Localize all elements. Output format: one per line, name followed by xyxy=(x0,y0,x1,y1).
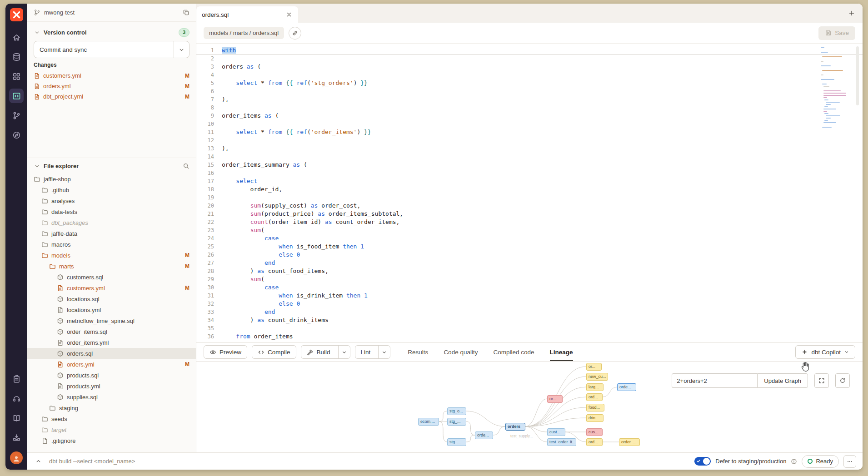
lineage-node-or[interactable]: or... xyxy=(586,363,602,371)
code-line[interactable]: 2 xyxy=(196,55,863,63)
tree-item-seeds[interactable]: seeds xyxy=(27,413,196,424)
activity-item-docs[interactable] xyxy=(9,411,24,425)
lineage-node-stg-o[interactable]: stg_o... xyxy=(447,407,466,415)
code-line[interactable]: 6 xyxy=(196,87,863,95)
tree-item-products-yml[interactable]: products.yml xyxy=(27,381,196,392)
code-line[interactable]: 4 xyxy=(196,71,863,79)
commit-options-chevron[interactable] xyxy=(174,41,189,58)
code-line[interactable]: 15order_items_summary as ( xyxy=(196,161,863,169)
code-line[interactable]: 16 xyxy=(196,169,863,177)
lineage-node-order[interactable]: order_... xyxy=(619,438,640,446)
build-options-chevron[interactable] xyxy=(338,346,350,358)
editor-scrollbar[interactable] xyxy=(856,46,859,105)
activity-item-explore[interactable] xyxy=(9,128,24,142)
panel-tab-results[interactable]: Results xyxy=(408,343,428,361)
compile-button[interactable]: Compile xyxy=(252,345,296,359)
changed-file-customers-yml[interactable]: customers.ymlM xyxy=(34,70,190,81)
activity-item-downloads[interactable] xyxy=(9,430,24,445)
lineage-node-cust[interactable]: cust... xyxy=(547,428,565,436)
close-tab-icon[interactable] xyxy=(285,11,293,18)
code-line[interactable]: 8 xyxy=(196,104,863,112)
code-line[interactable]: 12 xyxy=(196,136,863,144)
activity-item-support[interactable] xyxy=(9,391,24,406)
tree-item-orders-yml[interactable]: orders.ymlM xyxy=(27,359,196,370)
code-line[interactable]: 31 when is_drink_item then 1 xyxy=(196,292,863,300)
code-line[interactable]: 19 xyxy=(196,193,863,202)
lineage-panel[interactable]: ecom....stg_o...stg_...stg_...orde...ord… xyxy=(196,362,863,452)
code-line[interactable]: 33 end xyxy=(196,308,863,316)
activity-item-home[interactable] xyxy=(9,30,24,45)
code-line[interactable]: 18 order_id, xyxy=(196,185,863,193)
copy-branch-icon[interactable] xyxy=(183,9,190,16)
info-icon[interactable] xyxy=(791,458,797,465)
activity-item-branch[interactable] xyxy=(9,108,24,123)
lineage-node-stg[interactable]: stg_... xyxy=(447,438,466,446)
search-icon[interactable] xyxy=(183,163,190,169)
dbt-copilot-button[interactable]: dbt Copilot xyxy=(795,345,855,359)
code-line[interactable]: 5 select * from {{ ref('stg_orders') }} xyxy=(196,79,863,87)
update-graph-button[interactable]: Update Graph xyxy=(757,373,808,388)
tree-item-target[interactable]: target xyxy=(27,424,196,435)
tree-item-gitignore[interactable]: .gitignore xyxy=(27,435,196,446)
new-tab-button[interactable] xyxy=(848,10,855,17)
tree-item-marts[interactable]: martsM xyxy=(27,261,196,272)
tree-item-jaffle-data[interactable]: jaffle-data xyxy=(27,228,196,239)
tree-item-customers-yml[interactable]: customers.ymlM xyxy=(27,283,196,293)
tree-item-analyses[interactable]: analyses xyxy=(27,195,196,206)
activity-item-apps[interactable] xyxy=(9,69,24,84)
changed-file-orders-yml[interactable]: orders.ymlM xyxy=(34,81,190,91)
tree-item-data-tests[interactable]: data-tests xyxy=(27,206,196,217)
code-line[interactable]: 34 ) as count_drink_items xyxy=(196,316,863,324)
version-control-header[interactable]: Version control 3 xyxy=(34,25,190,40)
tree-item-locations-sql[interactable]: locations.sql xyxy=(27,293,196,304)
panel-tab-lineage[interactable]: Lineage xyxy=(550,343,573,361)
code-line[interactable]: 11 select * from {{ ref('order_items') }… xyxy=(196,128,863,136)
tree-item-jaffle-shop[interactable]: jaffle-shop xyxy=(27,174,196,184)
tree-item-orders-sql[interactable]: orders.sql xyxy=(27,348,196,359)
lineage-node-ecom[interactable]: ecom.... xyxy=(418,418,439,426)
code-line[interactable]: 27 end xyxy=(196,259,863,267)
command-input[interactable]: dbt build --select <model_name> xyxy=(49,458,135,465)
dbt-logo-icon[interactable] xyxy=(10,8,23,21)
code-line[interactable]: 25 when is_food_item then 1 xyxy=(196,243,863,251)
code-line[interactable]: 13), xyxy=(196,144,863,153)
build-button[interactable]: Build xyxy=(301,345,350,359)
code-line[interactable]: 36 from order_items xyxy=(196,332,863,341)
code-line[interactable]: 17 select xyxy=(196,177,863,185)
defer-toggle[interactable] xyxy=(694,457,711,466)
code-line[interactable]: 35 xyxy=(196,324,863,332)
lineage-node-orde[interactable]: orde... xyxy=(475,431,493,439)
tree-item-metricflow-time-spine-sql[interactable]: metricflow_time_spine.sql xyxy=(27,315,196,326)
refresh-graph-button[interactable] xyxy=(835,373,850,388)
activity-item-ide[interactable] xyxy=(9,89,24,103)
save-button[interactable]: Save xyxy=(818,26,855,40)
code-line[interactable]: 3orders as ( xyxy=(196,63,863,71)
tree-item-order-items-yml[interactable]: order_items.yml xyxy=(27,337,196,348)
lint-button[interactable]: Lint xyxy=(355,345,391,359)
lineage-node-cus[interactable]: cus... xyxy=(586,428,603,436)
tree-item-order-items-sql[interactable]: order_items.sql xyxy=(27,326,196,337)
lineage-node-ord[interactable]: ord... xyxy=(586,393,603,401)
code-line[interactable]: 14 xyxy=(196,153,863,161)
code-line[interactable]: 37 xyxy=(196,341,863,342)
code-line[interactable]: 30 case xyxy=(196,283,863,292)
lint-options-chevron[interactable] xyxy=(378,346,390,358)
code-line[interactable]: 24 case xyxy=(196,234,863,243)
code-line[interactable]: 10 xyxy=(196,120,863,128)
code-line[interactable]: 29 sum( xyxy=(196,275,863,283)
code-line[interactable]: 32 else 0 xyxy=(196,300,863,308)
code-line[interactable]: 28 ) as count_food_items, xyxy=(196,267,863,275)
code-line[interactable]: 26 else 0 xyxy=(196,251,863,259)
tree-item-github[interactable]: .github xyxy=(27,184,196,195)
expand-command-bar-button[interactable] xyxy=(34,457,43,466)
code-line[interactable]: 22 count(order_item_id) as count_order_i… xyxy=(196,218,863,226)
activity-item-notes[interactable] xyxy=(9,372,24,386)
lineage-node-larg[interactable]: larg... xyxy=(586,383,604,391)
tree-item-macros[interactable]: macros xyxy=(27,239,196,250)
lineage-node-orders[interactable]: orders xyxy=(505,423,525,431)
code-line[interactable]: 7), xyxy=(196,95,863,104)
lineage-node-ord[interactable]: ord... xyxy=(586,438,603,446)
lineage-node-new-cu[interactable]: new_cu... xyxy=(586,373,608,381)
minimap[interactable] xyxy=(821,47,847,131)
lineage-node-test-order-it[interactable]: test_order_it... xyxy=(547,438,576,446)
